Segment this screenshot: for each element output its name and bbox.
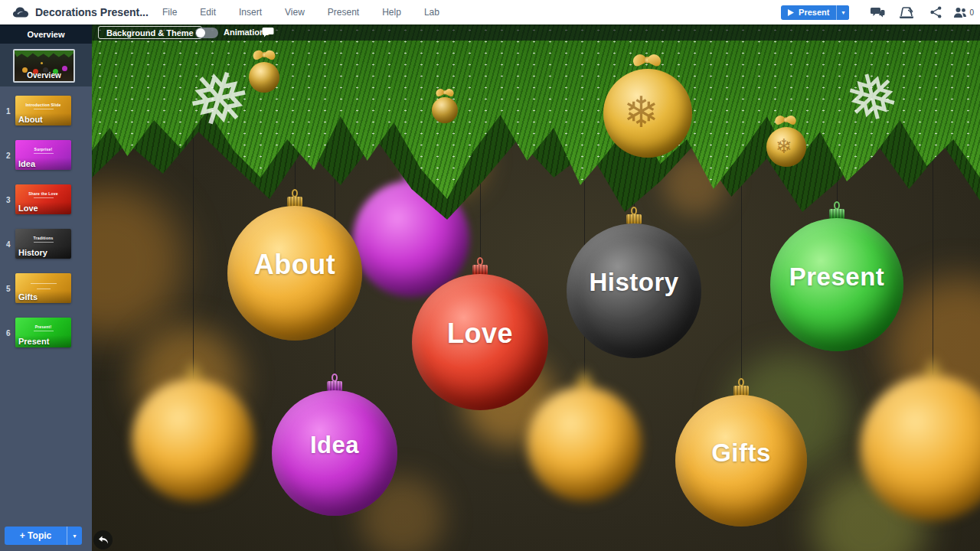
- overview-section: Overview: [0, 44, 92, 86]
- play-triangle-icon: [788, 9, 794, 16]
- slide-label: History: [15, 246, 71, 259]
- subtitle-bar: [34, 242, 54, 243]
- slide-number: 2: [6, 151, 11, 159]
- slide-micro-title: Share the Love: [15, 191, 71, 196]
- slide-micro-title: Present!: [15, 324, 71, 329]
- animations-toggle[interactable]: [195, 28, 218, 38]
- sidebar: Overview Overview 1 Introduction Slide A…: [0, 24, 92, 551]
- present-button[interactable]: Present ▼: [781, 5, 849, 20]
- viewers-indicator[interactable]: 0: [953, 7, 974, 18]
- present-remotely-icon[interactable]: [899, 5, 914, 20]
- snowflake-pattern-icon: ❄: [623, 87, 659, 137]
- slide-row-3: 3 Share the Love Love: [0, 184, 92, 214]
- slide-row-5: 5 Gifts: [0, 273, 92, 303]
- subtitle-bar: [31, 283, 57, 284]
- menu-lab[interactable]: Lab: [424, 7, 439, 18]
- people-icon: [953, 7, 969, 18]
- present-dropdown-caret[interactable]: ▼: [836, 5, 849, 20]
- top-bar: Decorations Present... File Edit Insert …: [0, 0, 980, 24]
- undo-arrow-icon: [98, 536, 109, 545]
- topic-label: Gifts: [675, 439, 807, 468]
- garland-ornament-gold: [427, 87, 462, 138]
- slide-micro-title: Introduction Slide: [15, 103, 71, 107]
- comment-icon[interactable]: [262, 27, 274, 38]
- slide-label: Present: [15, 335, 71, 347]
- background-theme-label: Background & Theme: [106, 28, 194, 37]
- slide-number: 6: [6, 328, 11, 337]
- presentation-canvas[interactable]: About Love History Present Idea Gifts: [92, 24, 980, 551]
- overview-thumb-garland: [15, 49, 74, 57]
- slide-number: 4: [6, 240, 11, 248]
- subtitle-bar: [34, 153, 54, 154]
- slide-micro-title: Surprise!: [15, 147, 71, 152]
- subtitle-bar: [34, 331, 54, 331]
- slide-number: 1: [6, 106, 11, 115]
- topic-label: History: [567, 268, 701, 297]
- share-icon[interactable]: [928, 5, 943, 20]
- menu-insert[interactable]: Insert: [239, 7, 262, 18]
- garland-ornament-gold: [244, 50, 284, 108]
- slide-thumbnail-gifts[interactable]: Gifts: [15, 273, 71, 303]
- slide-row-1: 1 Introduction Slide About: [0, 96, 92, 126]
- slide-thumbnail-present[interactable]: Present! Present: [15, 318, 71, 347]
- topic-label: Love: [412, 318, 548, 350]
- subtitle-bar: [37, 289, 51, 289]
- blurred-ornament: [132, 362, 254, 501]
- comments-icon[interactable]: [870, 5, 885, 20]
- slide-label: Gifts: [15, 291, 71, 303]
- overview-thumb-label: Overview: [15, 71, 74, 80]
- slide-thumbnail-history[interactable]: Traditions History: [15, 229, 71, 259]
- subtitle-bar: [34, 197, 54, 198]
- slide-row-6: 6 Present! Present: [0, 318, 92, 347]
- slide-thumbnail-idea[interactable]: Surprise! Idea: [15, 140, 71, 170]
- slide-thumbnail-love[interactable]: Share the Love Love: [15, 184, 71, 214]
- add-topic-label: + Topic: [5, 527, 67, 545]
- presentation-title[interactable]: Decorations Present...: [35, 6, 150, 18]
- topic-ornament-gifts[interactable]: Gifts: [675, 378, 807, 527]
- slide-number: 3: [6, 195, 11, 204]
- topic-label: About: [227, 249, 362, 281]
- overview-tab-label: Overview: [28, 30, 65, 39]
- undo-button[interactable]: [93, 530, 113, 549]
- menu-bar: File Edit Insert View Present Help Lab: [162, 0, 439, 24]
- snowflake-pattern-icon: ❄: [776, 135, 792, 158]
- topic-label: Present: [770, 262, 903, 292]
- overview-thumbnail[interactable]: Overview: [13, 49, 75, 83]
- slide-label: Love: [15, 202, 71, 214]
- toggle-knob: [196, 28, 205, 37]
- topic-ornament-idea[interactable]: Idea: [272, 373, 397, 516]
- garland-ornament-gold: ❄: [763, 115, 810, 179]
- slide-row-2: 2 Surprise! Idea: [0, 140, 92, 170]
- menu-view[interactable]: View: [285, 7, 305, 18]
- prezi-logo-icon[interactable]: [12, 5, 29, 20]
- menu-present[interactable]: Present: [328, 7, 359, 18]
- topbar-right-controls: Present ▼: [781, 0, 974, 24]
- slide-row-4: 4 Traditions History: [0, 229, 92, 259]
- slide-micro-title: Traditions: [15, 236, 71, 240]
- menu-file[interactable]: File: [162, 7, 177, 18]
- subtitle-bar: [34, 109, 54, 109]
- present-button-label: Present: [799, 8, 829, 17]
- menu-help[interactable]: Help: [382, 7, 401, 18]
- slide-label: Idea: [15, 158, 71, 170]
- menu-edit[interactable]: Edit: [200, 7, 216, 18]
- add-topic-caret[interactable]: ▼: [67, 527, 82, 545]
- slide-thumbnail-about[interactable]: Introduction Slide About: [15, 96, 71, 126]
- topic-label: Idea: [272, 432, 397, 459]
- garland-ornament-gold-large: ❄: [602, 55, 694, 170]
- viewers-count: 0: [969, 8, 974, 17]
- blurred-ornament: [860, 358, 980, 520]
- slide-label: About: [15, 113, 71, 126]
- canvas-toolbar: Background & Theme Animations: [92, 24, 980, 41]
- slide-number: 5: [6, 284, 11, 292]
- background-theme-button[interactable]: Background & Theme: [98, 26, 202, 39]
- add-topic-button[interactable]: + Topic ▼: [5, 527, 82, 545]
- overview-tab[interactable]: Overview: [0, 24, 92, 44]
- topic-button-row: + Topic ▼: [0, 527, 92, 545]
- topic-ornament-love[interactable]: Love: [412, 257, 548, 410]
